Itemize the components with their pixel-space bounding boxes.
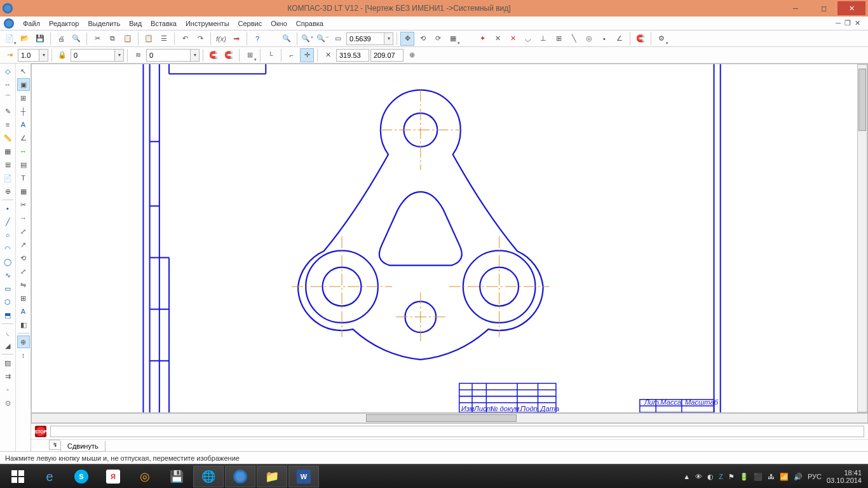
select-rect-button[interactable]: ▣ <box>17 78 30 91</box>
tray-icon-flag[interactable]: ⚑ <box>728 473 735 481</box>
coord-button[interactable]: ⊕ <box>405 48 419 62</box>
vertical-scrollbar[interactable] <box>857 64 867 412</box>
table-icon[interactable]: ▤ <box>17 158 30 171</box>
menu-insert[interactable]: Вставка <box>147 18 180 29</box>
zoom-prev-button[interactable]: ⟲ <box>416 32 430 46</box>
library-button[interactable]: ⮕ <box>229 32 243 46</box>
snap-angle-button[interactable]: ∠ <box>613 32 627 46</box>
snap-near-button[interactable]: ✦ <box>475 32 489 46</box>
zoom-combo[interactable]: 0.5639 ▾ <box>346 32 393 45</box>
axis-icon[interactable]: ┼ <box>17 105 30 118</box>
hatch-tool-button[interactable]: ▨ <box>1 356 14 369</box>
rebuild-button[interactable]: ▦▾ <box>446 32 460 46</box>
tray-battery-icon[interactable]: 🔋 <box>740 473 749 481</box>
word-button[interactable]: W <box>288 466 319 487</box>
layer-field[interactable]: 0 <box>146 49 191 62</box>
circle-tool-button[interactable]: ○ <box>1 229 14 241</box>
offset-tool-button[interactable]: ⇉ <box>1 370 14 383</box>
step-dropdown-arrow[interactable]: ▾ <box>39 49 48 62</box>
step-button[interactable]: ⇥ <box>3 48 17 62</box>
tray-clock[interactable]: 18:41 03.10.2014 <box>827 469 862 484</box>
style-field[interactable]: 0 <box>71 49 115 62</box>
ortho-button[interactable]: └ <box>264 48 278 62</box>
style-lock-button[interactable]: 🔒 <box>55 48 69 62</box>
redo-button[interactable]: ↷ <box>193 32 207 46</box>
style-combo[interactable]: 0 ▾ <box>71 49 124 62</box>
layer-combo[interactable]: 0 ▾ <box>146 49 200 62</box>
preview-button[interactable]: 🔍 <box>69 32 83 46</box>
step-field[interactable]: 1.0 <box>18 49 39 62</box>
snap-off-button[interactable]: 🧲 <box>207 48 220 62</box>
snap-intersect-button[interactable]: ✕ <box>506 32 520 46</box>
layer-button[interactable]: ≋ <box>131 48 145 62</box>
grid-icon[interactable]: ⊞ <box>17 92 30 104</box>
snap-on-button[interactable]: 🧲 <box>222 48 236 62</box>
sheet-icon[interactable]: ▦ <box>17 185 30 198</box>
deform-icon[interactable]: ◧ <box>17 318 30 331</box>
close-button[interactable]: ✕ <box>837 1 865 15</box>
spline-tool-button[interactable]: ∿ <box>1 269 14 281</box>
snap-mid-button[interactable]: ✕ <box>491 32 505 46</box>
mdi-close-icon[interactable]: ✕ <box>855 19 860 27</box>
drawing-canvas[interactable]: Изм Лист № докум. Подп. Дата Лит. Масса … <box>31 64 868 413</box>
grid-button[interactable]: ⊞▾ <box>243 48 257 62</box>
rect-tool-button[interactable]: ▭ <box>1 282 14 295</box>
menu-file[interactable]: Файл <box>19 18 44 29</box>
round-button[interactable]: ⌐ <box>285 48 299 62</box>
ie-button[interactable]: e <box>34 466 65 487</box>
tray-icon-z[interactable]: Z <box>719 473 723 480</box>
snap-grid-button[interactable]: ⊞ <box>552 32 566 46</box>
fillet-tool-button[interactable]: ◟ <box>1 326 14 339</box>
break-icon[interactable]: ⤢ <box>17 225 30 238</box>
tray-icon-2[interactable]: ◐ <box>707 473 714 481</box>
zoom-out-button[interactable]: 🔍⁻ <box>316 32 330 46</box>
app1-button[interactable]: ◎ <box>130 466 160 487</box>
snap-align-button[interactable]: ╲ <box>567 32 581 46</box>
polygon-tool-button[interactable]: ⬡ <box>1 295 14 308</box>
tray-wifi-icon[interactable]: 📶 <box>780 473 789 481</box>
menu-tools[interactable]: Инструменты <box>182 18 233 29</box>
mdi-minimize-icon[interactable]: ─ <box>836 19 841 27</box>
menu-service[interactable]: Сервис <box>234 18 266 29</box>
snap-tangent-button[interactable]: ◡ <box>521 32 535 46</box>
stop-button[interactable]: STOP <box>35 426 46 437</box>
align-icon[interactable]: A <box>17 305 30 318</box>
param-panel-button[interactable]: ≡ <box>1 118 14 131</box>
skype-button[interactable]: S <box>66 466 97 487</box>
pan-button[interactable]: ✥ <box>400 32 414 46</box>
mirror-icon[interactable]: ⇋ <box>17 278 30 291</box>
zoom-dropdown-arrow[interactable]: ▾ <box>384 32 393 45</box>
menu-view[interactable]: Вид <box>125 18 146 29</box>
local-cs-button[interactable]: ✛ <box>300 48 314 62</box>
spec-panel-button[interactable]: ⊞ <box>1 158 14 171</box>
mdi-restore-icon[interactable]: ❐ <box>844 19 851 27</box>
variables-button[interactable]: f(x) <box>214 32 228 46</box>
copy-props-button[interactable]: 📋 <box>142 32 156 46</box>
point-tool-button[interactable]: • <box>1 202 14 215</box>
tray-icon-1[interactable]: ▲ <box>683 473 690 480</box>
explorer-button[interactable]: 📁 <box>257 466 287 487</box>
scroll-thumb[interactable] <box>858 69 866 131</box>
menu-editor[interactable]: Редактор <box>45 18 83 29</box>
snap-toggle-button[interactable]: 🧲 <box>634 32 648 46</box>
undo-button[interactable]: ↶ <box>178 32 192 46</box>
yandex-button[interactable]: Я <box>98 466 128 487</box>
symbols-panel-button[interactable]: ⌒ <box>1 92 14 104</box>
open-button[interactable]: 📂 <box>18 32 32 46</box>
start-button[interactable] <box>3 466 33 487</box>
tray-volume-icon[interactable]: 🔊 <box>794 473 803 481</box>
snap-center-button[interactable]: ◎ <box>582 32 596 46</box>
chrome-button[interactable]: 🌐 <box>193 466 224 487</box>
snap-settings-button[interactable]: ⚙▾ <box>654 32 668 46</box>
insert-panel-button[interactable]: ⊕ <box>1 185 14 198</box>
properties-button[interactable]: ☰ <box>157 32 171 46</box>
trim-icon[interactable]: ✂ <box>17 198 30 211</box>
select-panel-button[interactable]: ▦ <box>1 145 14 158</box>
contour-tool-button[interactable]: ⬒ <box>1 309 14 322</box>
reports-panel-button[interactable]: 📄 <box>1 172 14 184</box>
snap-point-button[interactable]: • <box>597 32 611 46</box>
move-icon[interactable]: ↗ <box>17 238 30 251</box>
zoom-in-button[interactable]: 🔍⁺ <box>301 32 315 46</box>
kompas-button[interactable] <box>225 466 255 487</box>
menu-help[interactable]: Справка <box>292 18 327 29</box>
